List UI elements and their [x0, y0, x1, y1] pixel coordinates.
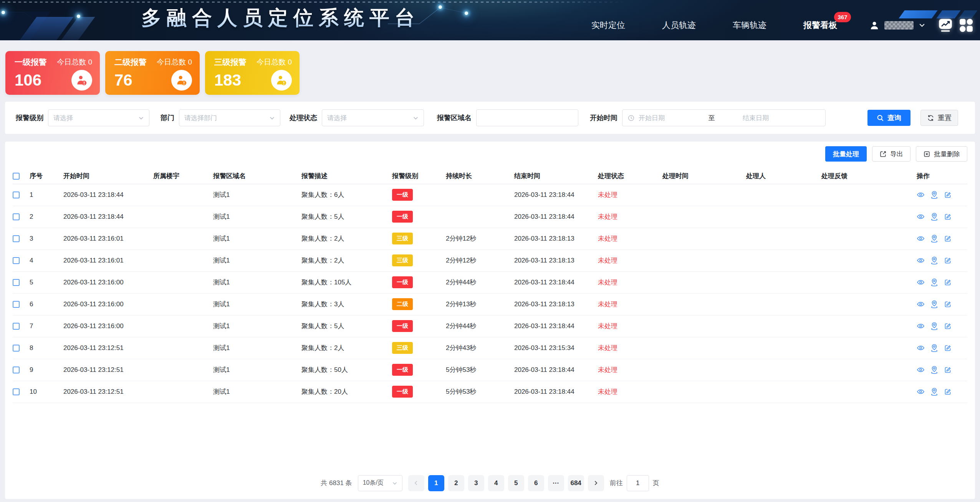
- department-select[interactable]: 请选择部门: [179, 109, 280, 126]
- cell-feedback: [821, 184, 917, 206]
- row-checkbox[interactable]: [13, 257, 20, 264]
- view-icon[interactable]: [917, 344, 925, 352]
- chevron-down-icon[interactable]: [919, 22, 925, 29]
- location-pin-icon[interactable]: [930, 387, 939, 396]
- batch-process-button[interactable]: 批量处理: [825, 146, 867, 162]
- nav-item-vehicle-track[interactable]: 车辆轨迹: [733, 20, 766, 31]
- alarm-level-select[interactable]: 请选择: [48, 109, 149, 126]
- export-button[interactable]: 导出: [872, 146, 910, 162]
- prev-page-button[interactable]: [408, 475, 424, 491]
- edit-icon[interactable]: [944, 279, 952, 286]
- cell-building: [153, 315, 213, 337]
- edit-icon[interactable]: [944, 388, 952, 396]
- row-checkbox[interactable]: [13, 301, 20, 308]
- page-size-select[interactable]: 10条/页: [358, 475, 402, 491]
- batch-delete-button[interactable]: 批量删除: [916, 146, 967, 162]
- user-name-blurred[interactable]: [884, 21, 914, 30]
- view-icon[interactable]: [917, 278, 925, 286]
- location-pin-icon[interactable]: [930, 212, 939, 221]
- next-page-button[interactable]: [588, 475, 604, 491]
- location-pin-icon[interactable]: [930, 234, 939, 243]
- location-pin-icon[interactable]: [930, 365, 939, 374]
- data-screen-icon[interactable]: [937, 17, 954, 33]
- row-checkbox[interactable]: [13, 388, 20, 395]
- edit-icon[interactable]: [944, 213, 952, 221]
- cell-process-time: [662, 381, 746, 403]
- edit-icon[interactable]: [944, 344, 952, 352]
- reset-button[interactable]: 重置: [920, 110, 958, 126]
- alarm-table: 序号 开始时间 所属楼宇 报警区域名 报警描述 报警级别 持续时长 结束时间 处…: [13, 168, 967, 403]
- page-button[interactable]: 4: [488, 475, 504, 491]
- row-checkbox[interactable]: [13, 235, 20, 242]
- user-avatar-icon: [869, 20, 879, 30]
- nav-item-person-track[interactable]: 人员轨迹: [662, 20, 696, 31]
- area-name-input[interactable]: [482, 110, 573, 126]
- location-pin-icon[interactable]: [930, 256, 939, 265]
- view-icon[interactable]: [917, 213, 925, 221]
- row-checkbox[interactable]: [13, 192, 20, 198]
- start-date-placeholder[interactable]: 开始日期: [635, 114, 700, 122]
- row-checkbox[interactable]: [13, 279, 20, 286]
- card-today-total: 今日总数 0: [57, 57, 92, 67]
- select-all-checkbox[interactable]: [13, 173, 20, 180]
- edit-icon[interactable]: [944, 191, 952, 199]
- filter-bar: 报警级别 请选择 部门 请选择部门 处理状态 请选择 报警区域名 开始时间 开始: [5, 102, 975, 134]
- page-button[interactable]: 2: [448, 475, 464, 491]
- col-status: 处理状态: [598, 168, 662, 184]
- total-count: 共 6831 条: [321, 479, 352, 487]
- view-icon[interactable]: [917, 191, 925, 199]
- cell-seq: 7: [30, 315, 63, 337]
- nav-item-realtime[interactable]: 实时定位: [591, 20, 625, 31]
- nav-item-alarm-board[interactable]: 报警看板 367: [803, 20, 837, 31]
- card-count: 106: [15, 71, 41, 89]
- last-page-button[interactable]: 684: [568, 475, 584, 491]
- page-button[interactable]: 6: [528, 475, 544, 491]
- cell-duration: 5分钟53秒: [446, 359, 514, 381]
- edit-icon[interactable]: [944, 366, 952, 374]
- cell-feedback: [821, 228, 917, 249]
- cell-area-name: 测试1: [213, 249, 301, 271]
- goto-suffix: 页: [653, 479, 659, 487]
- page-button[interactable]: 1: [428, 475, 444, 491]
- end-date-placeholder[interactable]: 结束日期: [723, 114, 788, 122]
- date-range-picker[interactable]: 开始日期 至 结束日期: [622, 109, 826, 126]
- view-icon[interactable]: [917, 300, 925, 308]
- card-level3-alarm[interactable]: 三级报警 今日总数 0 183: [205, 51, 300, 95]
- cell-process-time: [662, 206, 746, 228]
- page-button[interactable]: 3: [468, 475, 484, 491]
- cell-start-time: 2026-03-11 23:16:00: [63, 293, 153, 315]
- apps-grid-icon[interactable]: [958, 18, 974, 33]
- view-icon[interactable]: [917, 388, 925, 396]
- goto-page-input[interactable]: [627, 475, 649, 491]
- pager-ellipsis[interactable]: ···: [548, 475, 564, 491]
- location-pin-icon[interactable]: [930, 300, 939, 309]
- cell-area-name: 测试1: [213, 184, 301, 206]
- location-pin-icon[interactable]: [930, 190, 939, 199]
- col-start-time: 开始时间: [63, 168, 153, 184]
- edit-icon[interactable]: [944, 301, 952, 308]
- view-icon[interactable]: [917, 322, 925, 330]
- page-button[interactable]: 5: [508, 475, 524, 491]
- location-pin-icon[interactable]: [930, 278, 939, 287]
- row-checkbox[interactable]: [13, 323, 20, 330]
- view-icon[interactable]: [917, 256, 925, 264]
- location-pin-icon[interactable]: [930, 322, 939, 330]
- search-button[interactable]: 查询: [867, 110, 910, 126]
- view-icon[interactable]: [917, 366, 925, 374]
- cell-seq: 5: [30, 271, 63, 293]
- cell-duration: 5分钟53秒: [446, 381, 514, 403]
- table-row: 2 2026-03-11 23:18:44 测试1 聚集人数：5人 一级 202…: [13, 206, 967, 228]
- card-level2-alarm[interactable]: 二级报警 今日总数 0 76: [105, 51, 200, 95]
- row-checkbox[interactable]: [13, 345, 20, 352]
- view-icon[interactable]: [917, 234, 925, 243]
- process-status-select[interactable]: 请选择: [322, 109, 424, 126]
- cell-start-time: 2026-03-11 23:18:44: [63, 184, 153, 206]
- edit-icon[interactable]: [944, 235, 952, 243]
- location-pin-icon[interactable]: [930, 343, 939, 352]
- edit-icon[interactable]: [944, 322, 952, 330]
- row-checkbox[interactable]: [13, 367, 20, 373]
- card-level1-alarm[interactable]: 一级报警 今日总数 0 106: [5, 51, 100, 95]
- row-checkbox[interactable]: [13, 213, 20, 220]
- edit-icon[interactable]: [944, 257, 952, 264]
- cell-start-time: 2026-03-11 23:16:00: [63, 271, 153, 293]
